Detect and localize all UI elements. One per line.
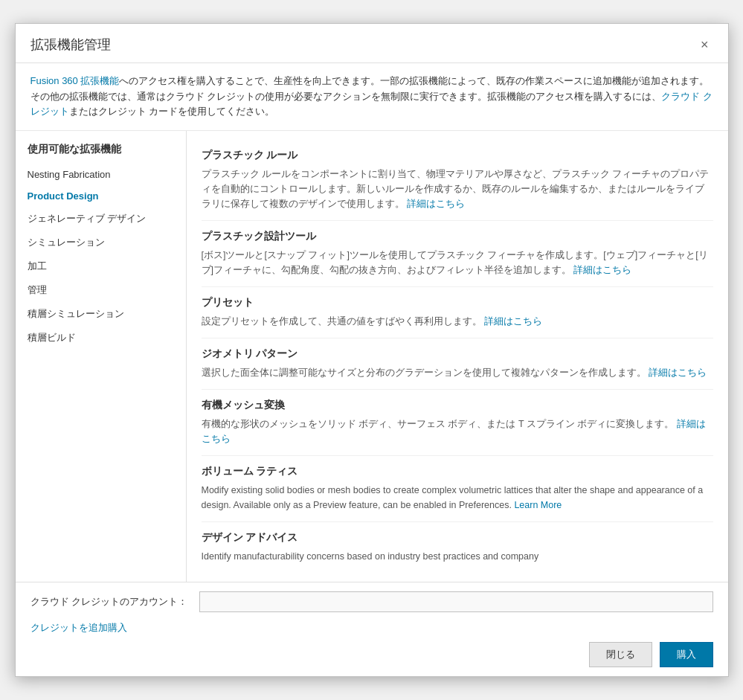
feature-design-advice-title: デザイン アドバイス	[202, 531, 713, 545]
feature-volume-lattice-title: ボリューム ラティス	[202, 465, 713, 478]
credits-label: クラウド クレジットのアカウント：	[30, 595, 188, 609]
feature-list-area: プラスチック ルール プラスチック ルールをコンポーネントに割り当て、物理マテリ…	[187, 131, 728, 582]
dialog-intro: Fusion 360 拡張機能へのアクセス権を購入することで、生産性を向上できま…	[16, 63, 728, 131]
feature-preset-desc: 設定プリセットを作成して、共通の値をすばやく再利用します。 詳細はこちら	[202, 314, 713, 329]
credits-value-box	[199, 591, 713, 612]
sidebar-item-simulation[interactable]: シミュレーション	[16, 231, 186, 254]
feature-organic-mesh-title: 有機メッシュ変換	[202, 399, 713, 412]
feature-organic-mesh: 有機メッシュ変換 有機的な形状のメッシュをソリッド ボディ、サーフェス ボディ、…	[202, 390, 713, 456]
sidebar-section-title: 使用可能な拡張機能	[16, 143, 186, 164]
feature-plastic-rule-link[interactable]: 詳細はこちら	[407, 199, 465, 209]
feature-plastic-rule: プラスチック ルール プラスチック ルールをコンポーネントに割り当て、物理マテリ…	[202, 140, 713, 221]
feature-volume-lattice-link[interactable]: Learn More	[514, 500, 562, 510]
cloud-credit-link[interactable]: クラウド クレジット	[30, 91, 713, 118]
sidebar-item-generative[interactable]: ジェネレーティブ デザイン	[16, 207, 186, 231]
sidebar-item-product-design[interactable]: Product Design	[16, 185, 186, 207]
feature-plastic-design-tool-desc: [ボス]ツールと[スナップ フィット]ツールを使用してプラスチック フィーチャを…	[202, 248, 713, 277]
feature-geometry-pattern-link[interactable]: 詳細はこちら	[649, 367, 707, 378]
feature-plastic-rule-title: プラスチック ルール	[202, 149, 713, 162]
sidebar-item-additive-sim[interactable]: 積層シミュレーション	[16, 302, 186, 326]
sidebar-item-additive-build[interactable]: 積層ビルド	[16, 326, 186, 350]
feature-geometry-pattern: ジオメトリ パターン 選択した面全体に調整可能なサイズと分布のグラデーションを使…	[202, 338, 713, 390]
sidebar-item-nesting[interactable]: Nesting Fabrication	[16, 164, 186, 185]
feature-volume-lattice-desc: Modify existing solid bodies or mesh bod…	[202, 483, 713, 513]
dialog-footer: クラウド クレジットのアカウント： クレジットを追加購入 閉じる 購入	[16, 582, 728, 676]
feature-plastic-rule-desc: プラスチック ルールをコンポーネントに割り当て、物理マテリアルや厚さなど、プラス…	[202, 167, 713, 211]
feature-geometry-pattern-desc: 選択した面全体に調整可能なサイズと分布のグラデーションを使用して複雑なパターンを…	[202, 365, 713, 380]
dialog-body: 使用可能な拡張機能 Nesting Fabrication Product De…	[16, 131, 728, 582]
feature-design-advice-desc: Identify manufacturability concerns base…	[202, 549, 713, 564]
extension-management-dialog: 拡張機能管理 × Fusion 360 拡張機能へのアクセス権を購入することで、…	[15, 23, 729, 677]
feature-plastic-design-tool-link[interactable]: 詳細はこちら	[573, 265, 631, 275]
add-credits-link[interactable]: クレジットを追加購入	[30, 621, 713, 635]
feature-plastic-design-tool: プラスチック設計ツール [ボス]ツールと[スナップ フィット]ツールを使用してプ…	[202, 221, 713, 287]
buy-button[interactable]: 購入	[660, 642, 713, 667]
feature-list: プラスチック ルール プラスチック ルールをコンポーネントに割り当て、物理マテリ…	[187, 131, 728, 582]
sidebar-item-manage[interactable]: 管理	[16, 278, 186, 302]
fusion360-extensions-link[interactable]: Fusion 360 拡張機能	[30, 75, 120, 86]
footer-buttons: 閉じる 購入	[30, 642, 713, 667]
close-button[interactable]: 閉じる	[589, 642, 652, 667]
feature-volume-lattice: ボリューム ラティス Modify existing solid bodies …	[202, 456, 713, 522]
footer-credits-row: クラウド クレジットのアカウント：	[30, 591, 713, 612]
feature-organic-mesh-desc: 有機的な形状のメッシュをソリッド ボディ、サーフェス ボディ、または T スプラ…	[202, 417, 713, 446]
feature-preset-link[interactable]: 詳細はこちら	[484, 316, 542, 327]
sidebar: 使用可能な拡張機能 Nesting Fabrication Product De…	[16, 131, 187, 582]
feature-design-advice: デザイン アドバイス Identify manufacturability co…	[202, 522, 713, 573]
close-icon-button[interactable]: ×	[696, 36, 713, 53]
feature-preset: プリセット 設定プリセットを作成して、共通の値をすばやく再利用します。 詳細はこ…	[202, 287, 713, 338]
dialog-header: 拡張機能管理 ×	[16, 24, 728, 63]
feature-geometry-pattern-title: ジオメトリ パターン	[202, 347, 713, 361]
dialog-title: 拡張機能管理	[30, 36, 111, 54]
feature-preset-title: プリセット	[202, 296, 713, 309]
feature-plastic-design-tool-title: プラスチック設計ツール	[202, 230, 713, 243]
sidebar-item-machining[interactable]: 加工	[16, 254, 186, 278]
